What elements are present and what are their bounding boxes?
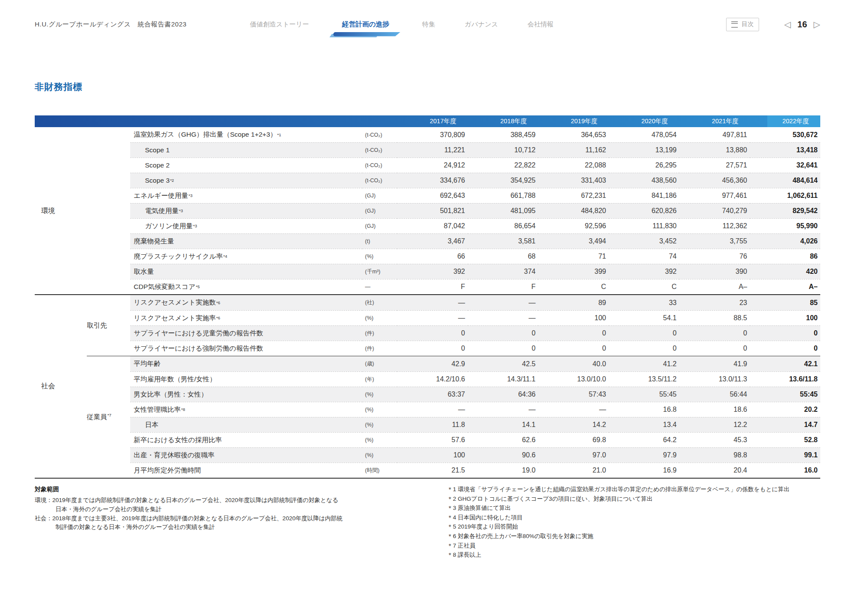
indicator-label: 電気使用量 [145,207,179,216]
value-cell: 501,821 [397,203,468,218]
indicator-unit: — [362,279,397,294]
indicator-name: サプライヤーにおける強制労働の報告件数 [130,341,362,356]
table-row: ガソリン使用量*3(GJ)87,04286,65492,596111,83011… [35,218,820,233]
value-cell: 0 [750,325,821,341]
value-cell: 12.2 [679,417,750,432]
value-cell: 13,418 [750,142,821,158]
row-left-spacer [35,188,130,203]
value-cell: 456,360 [679,173,750,188]
value-cell: 32,641 [750,158,821,173]
indicator-name: 男女比率（男性：女性） [130,387,362,402]
value-cell: 10,712 [468,142,539,158]
table-body: 温室効果ガス（GHG）排出量（Scope 1+2+3）*1(t-CO₂)370,… [35,127,820,479]
value-cell: 13,880 [679,142,750,158]
category-label-society: 社会 [41,382,55,391]
next-page-icon[interactable]: ▷ [814,20,820,29]
value-cell: 420 [750,264,821,279]
value-cell: 71 [538,249,609,264]
indicator-unit: (%) [362,447,397,463]
numbered-note: ＊7 正社員 [447,541,820,551]
nav-tab-2[interactable]: 経営計画の進捗 [336,20,395,29]
indicator-unit: (歳) [362,356,397,371]
value-cell: 672,231 [538,188,609,203]
category-label-environment: 環境 [41,207,55,216]
value-cell: — [468,402,539,417]
toc-button-label: 目次 [741,20,753,28]
value-cell: 100 [397,447,468,463]
indicator-unit: (%) [362,249,397,264]
value-cell: F [397,279,468,294]
indicator-label: CDP気候変動スコア [134,282,195,292]
scope-note-prefix: 環境： [35,497,53,503]
table-row: 平均雇用年数（男性/女性）(年)14.2/10.614.3/11.113.0/1… [35,371,820,387]
nav-tab-4[interactable]: ガバナンス [462,20,501,29]
table-row: 新卒における女性の採用比率(%)57.662.669.864.245.352.8 [35,432,820,447]
row-left-spacer [35,325,130,341]
row-left-spacer [35,218,130,233]
value-cell: 89 [538,295,609,310]
numbered-note: ＊6 対象各社の売上カバー率80%の取引先を対象に実施 [447,532,820,541]
value-cell: 52.8 [750,432,821,447]
row-left-spacer [35,463,130,478]
value-cell: 55:45 [609,387,680,402]
value-cell: 11.8 [397,417,468,432]
previous-page-icon[interactable]: ◁ [784,20,791,29]
indicator-label: 平均雇用年数（男性/女性） [134,375,216,384]
indicator-label: 温室効果ガス（GHG）排出量（Scope 1+2+3） [134,130,277,139]
footnote-mark: *3 [179,209,183,213]
value-cell: 42.5 [468,356,539,371]
value-cell: 0 [397,325,468,341]
table-row: 温室効果ガス（GHG）排出量（Scope 1+2+3）*1(t-CO₂)370,… [35,127,820,142]
report-page: H.U.グループホールディングス 統合報告書2023 価値創造ストーリー経営計画… [0,15,868,614]
value-cell: 111,830 [609,218,680,233]
value-cell: 481,095 [468,203,539,218]
indicator-label: ガソリン使用量 [145,222,193,231]
table-row: 出産・育児休暇後の復職率(%)10090.697.097.998.899.1 [35,447,820,463]
value-cell: 64:36 [468,387,539,402]
nav-tab-5[interactable]: 会社情報 [525,20,556,29]
value-cell: 1,062,611 [750,188,821,203]
header-controls: 目次 ◁ 16 ▷ [726,18,820,31]
nav-tab-3[interactable]: 特集 [420,20,438,29]
value-cell: 399 [538,264,609,279]
value-cell: C [609,279,680,294]
value-cell: 390 [679,264,750,279]
value-cell: 100 [538,310,609,325]
numbered-note: ＊2 GHGプロトコルに基づくスコープ3の項目に従い、対象項目について算出 [447,494,820,504]
value-cell: 438,560 [609,173,680,188]
value-cell: 977,461 [679,188,750,203]
indicator-unit: (件) [362,341,397,356]
indicator-label: 新卒における女性の採用比率 [134,436,222,445]
toc-button[interactable]: 目次 [726,18,759,31]
value-cell: 0 [609,341,680,356]
footnote-mark: *6 [216,316,220,320]
nav-tab-1[interactable]: 価値創造ストーリー [247,20,312,29]
table-row: 廃プラスチックリサイクル率*4(%)666871747686 [35,249,820,264]
value-cell: 40.0 [538,356,609,371]
value-cell: 331,403 [538,173,609,188]
table-row: リスクアセスメント実施数*6(社)——89332385 [35,295,820,310]
indicator-unit: (千m³) [362,264,397,279]
value-cell: 0 [468,341,539,356]
value-cell: 20.2 [750,402,821,417]
page-number: 16 [797,20,807,30]
value-cell: 0 [538,341,609,356]
report-title: H.U.グループホールディングス 統合報告書2023 [35,20,187,29]
numbered-note: ＊5 2019年度より回答開始 [447,522,820,532]
indicator-name: サプライヤーにおける児童労働の報告件数 [130,325,362,341]
nav-tab-label: 経営計画の進捗 [342,20,389,28]
row-left-spacer [35,233,130,249]
value-cell: 0 [750,341,821,356]
table-row: 平均年齢(歳)42.942.540.041.241.942.1 [35,356,820,371]
value-cell: 86,654 [468,218,539,233]
footnote-mark: *1 [277,133,281,137]
value-cell: 0 [468,325,539,341]
indicator-label: サプライヤーにおける強制労働の報告件数 [134,344,263,353]
value-cell: 841,186 [609,188,680,203]
value-cell: 530,672 [750,127,821,142]
subcategory-name: 取引先 [87,322,107,329]
value-cell: 92,596 [538,218,609,233]
row-left-spacer [35,447,130,463]
indicator-label: 取水量 [134,267,154,276]
value-cell: A– [750,279,821,294]
